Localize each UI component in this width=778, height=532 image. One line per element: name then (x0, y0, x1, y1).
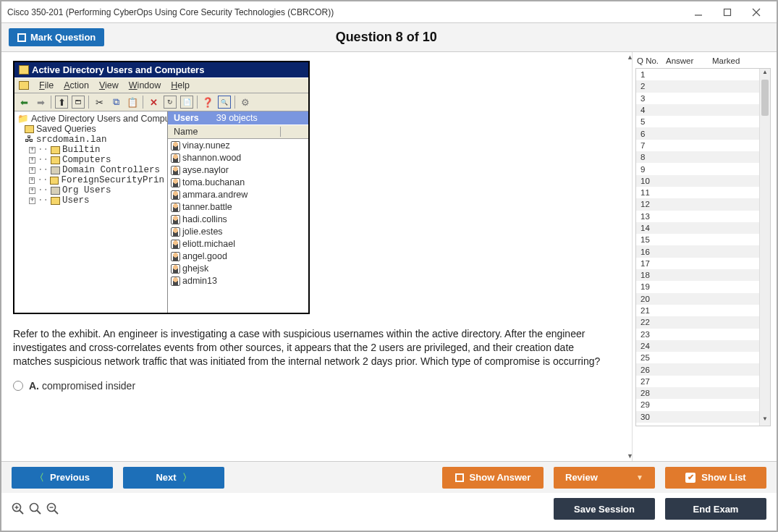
qlist-row[interactable]: 12 (636, 198, 770, 210)
exhibit-list: Users 39 objects Name vinay.nunezshannon… (168, 111, 308, 313)
user-name: angel.good (182, 250, 227, 263)
folder-icon (19, 65, 29, 75)
qlist-row[interactable]: 21 (636, 305, 770, 316)
tree-item: Computers (62, 155, 111, 165)
back-icon: ⬅ (17, 96, 30, 109)
qlist-row[interactable]: 4 (636, 104, 770, 116)
next-button[interactable]: Next 〉 (123, 467, 224, 489)
list-title: Users (174, 113, 199, 123)
user-name: ghejsk (182, 263, 208, 275)
tree-item: Users (62, 195, 90, 206)
qlist-row[interactable]: 3 (636, 93, 770, 104)
end-exam-button[interactable]: End Exam (665, 498, 766, 520)
qlist-row[interactable]: 2 (636, 80, 770, 92)
user-icon (171, 276, 180, 286)
qlist-row[interactable]: 6 (636, 127, 770, 139)
user-name: jolie.estes (182, 226, 223, 238)
save-session-button[interactable]: Save Session (554, 498, 655, 520)
qlist-row[interactable]: 26 (636, 363, 770, 375)
scroll-up-icon[interactable]: ▲ (627, 54, 632, 61)
qlist-row[interactable]: 27 (636, 376, 770, 387)
column-headers: Name (168, 124, 308, 139)
user-row: ammara.andrew (171, 189, 305, 201)
qlist-row[interactable]: 11 (636, 187, 770, 198)
qlist-row[interactable]: 13 (636, 211, 770, 222)
maximize-button[interactable] (713, 4, 742, 21)
user-row: tanner.battle (171, 201, 305, 214)
expand-icon: + (29, 177, 35, 184)
title-bar: Cisco 350-201 (Performing CyberOps Using… (1, 1, 777, 23)
square-icon (455, 473, 464, 482)
qlist-row[interactable]: 20 (636, 293, 770, 305)
user-row: toma.buchanan (171, 177, 305, 189)
expand-icon: + (29, 198, 35, 204)
user-name: hadi.collins (182, 214, 227, 226)
scroll-up-icon[interactable]: ▲ (760, 69, 770, 79)
qlist-row[interactable]: 16 (636, 245, 770, 257)
tree-item: Domain Controllers (62, 165, 160, 175)
minimize-button[interactable] (684, 4, 713, 21)
window-title: Cisco 350-201 (Performing CyberOps Using… (7, 7, 334, 17)
zoom-reset-icon[interactable] (29, 502, 42, 515)
user-name: vinay.nunez (182, 140, 230, 152)
qlist-row[interactable]: 23 (636, 329, 770, 340)
question-text: Refer to the exhibit. An engineer is inv… (13, 327, 606, 368)
find-icon: 🔍 (218, 96, 231, 109)
copy-icon: ⧉ (109, 96, 122, 109)
qlist-row[interactable]: 9 (636, 163, 770, 174)
export-icon: 📄 (180, 96, 193, 109)
qlist-row[interactable]: 8 (636, 151, 770, 163)
user-icon (171, 178, 180, 187)
user-icon (171, 153, 180, 163)
scrollbar[interactable]: ▲ ▼ (759, 69, 770, 426)
checkbox-icon (17, 33, 26, 42)
qlist-row[interactable]: 5 (636, 116, 770, 127)
qlist-row[interactable]: 25 (636, 352, 770, 363)
qlist-row[interactable]: 18 (636, 269, 770, 281)
qlist-row[interactable]: 24 (636, 340, 770, 352)
qlist-row[interactable]: 29 (636, 399, 770, 410)
mark-question-label: Mark Question (30, 32, 96, 43)
user-row: ayse.naylor (171, 164, 305, 177)
zoom-in-icon[interactable] (12, 502, 25, 515)
qlist-row[interactable]: 19 (636, 281, 770, 292)
delete-icon: ✕ (147, 96, 160, 109)
review-button[interactable]: Review ▼ (554, 467, 655, 489)
qlist-row[interactable]: 14 (636, 222, 770, 234)
user-icon (171, 227, 180, 237)
user-icon (171, 203, 180, 212)
tree-item: Builtin (62, 145, 101, 155)
show-list-label: Show List (701, 472, 745, 483)
user-row: admin13 (171, 275, 305, 287)
user-name: admin13 (182, 275, 217, 287)
check-icon: ✔ (685, 473, 695, 483)
scroll-down-icon[interactable]: ▼ (627, 452, 632, 460)
cut-icon: ✂ (93, 96, 106, 109)
scroll-down-icon[interactable]: ▼ (760, 415, 770, 426)
qlist-row[interactable]: 22 (636, 316, 770, 328)
user-icon (171, 215, 180, 224)
qlist-row[interactable]: 17 (636, 258, 770, 269)
expand-icon: + (29, 167, 35, 174)
hdr-marked: Marked (712, 56, 771, 65)
show-list-button[interactable]: ✔ Show List (665, 467, 766, 489)
previous-button[interactable]: 〈 Previous (12, 467, 113, 489)
scroll-thumb[interactable] (761, 80, 769, 116)
zoom-out-icon[interactable] (46, 502, 59, 515)
answer-option-a[interactable]: A. compromised insider (13, 380, 625, 392)
qlist-row[interactable]: 15 (636, 234, 770, 245)
tree-root: Active Directory Users and Computer (31, 114, 168, 124)
qlist-row[interactable]: 30 (636, 411, 770, 423)
show-answer-button[interactable]: Show Answer (442, 467, 544, 489)
mark-question-button[interactable]: Mark Question (9, 28, 104, 46)
close-button[interactable] (742, 4, 771, 21)
question-list-panel: Q No. Answer Marked 12345678910111213141… (632, 52, 777, 461)
qlist-row[interactable]: 7 (636, 140, 770, 151)
chevron-left-icon: 〈 (35, 471, 44, 484)
qlist-row[interactable]: 28 (636, 387, 770, 399)
user-list: vinay.nunezshannon.woodayse.naylortoma.b… (168, 139, 308, 288)
qlist-row[interactable]: 1 (636, 69, 770, 80)
qlist-row[interactable]: 10 (636, 175, 770, 187)
user-icon (171, 166, 180, 175)
expand-icon: + (29, 157, 35, 164)
